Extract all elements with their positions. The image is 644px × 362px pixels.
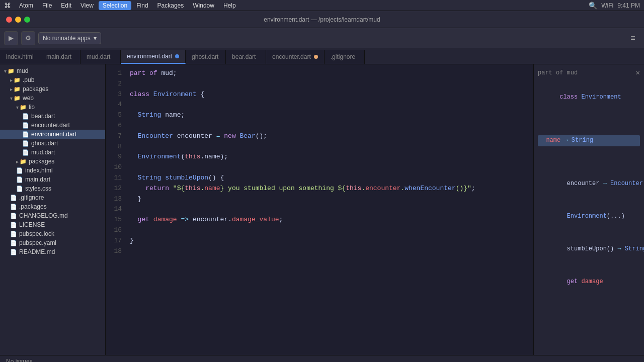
settings-button[interactable]: ⚙ [21,31,35,45]
sidebar-label: README.md [19,248,55,255]
folder-icon: 📁 [20,104,27,111]
file-icon: 📄 [10,222,17,228]
tab-encounter-dart[interactable]: encounter.dart [266,50,325,64]
code-line-4 [130,100,533,110]
tab-label: main.dart [46,53,71,60]
tab-mud-dart[interactable]: mud.dart [80,50,121,64]
code-line-2 [130,79,533,89]
code-line-6 [130,121,533,131]
menubar-atom[interactable]: Atom [15,1,37,10]
chevron-down-icon: ▾ [16,105,19,110]
sidebar-label: encounter.dart [31,122,70,129]
sidebar-item-packages-web[interactable]: ▸ 📁 packages [0,157,105,166]
chevron-down-icon: ▾ [10,96,13,101]
menubar-file[interactable]: File [38,1,56,10]
rp-class-line: class Environment [538,81,640,114]
sidebar-label: LICENSE [19,221,45,228]
list-icon[interactable]: ≡ [626,31,640,45]
sidebar-item-mud-dart[interactable]: 📄 mud.dart [0,148,105,157]
menubar-window[interactable]: Window [189,1,218,10]
minimize-button[interactable] [15,17,21,23]
sidebar-item-readme[interactable]: 📄 README.md [0,247,105,256]
tab-label: bear.dart [232,53,256,60]
dropdown-label: No runnable apps [43,35,91,42]
sidebar-item-ghost[interactable]: 📄 ghost.dart [0,139,105,148]
sidebar-item-gitignore[interactable]: 📄 .gitignore [0,193,105,202]
sidebar-item-web[interactable]: ▾ 📁 web [0,94,105,103]
sidebar-item-pubspec-lock[interactable]: 📄 pubspec.lock [0,229,105,238]
play-button[interactable]: ▶ [4,31,18,45]
code-line-1: part of mud; [130,68,533,79]
sidebar-label: CHANGELOG.md [19,212,68,219]
rp-name-line[interactable]: name → String [538,114,640,168]
chevron-right-icon: ▸ [10,77,13,83]
sidebar-label: .pub [23,76,34,83]
tab-label: ghost.dart [192,53,218,60]
code-line-15: get damage => encounter.damage_value; [130,215,533,225]
close-panel-button[interactable]: ✕ [636,68,640,77]
no-issues-text: No issues. [6,358,34,363]
tab-bear-dart[interactable]: bear.dart [226,50,266,64]
apple-menu[interactable]: ⌘ [4,2,11,10]
code-line-11: String stumbleUpon() { [130,173,533,184]
sidebar-item-environment[interactable]: 📄 environment.dart [0,130,105,139]
file-icon: 📄 [10,213,17,219]
code-line-8 [130,142,533,152]
sidebar-item-encounter[interactable]: 📄 encounter.dart [0,121,105,130]
sidebar-item-license[interactable]: 📄 LICENSE [0,220,105,229]
sidebar-item-pubspec-yaml[interactable]: 📄 pubspec.yaml [0,238,105,247]
rp-encounter-line: encounter → Encounter [538,168,640,201]
code-line-5: String name; [130,110,533,121]
modified-indicator-orange [314,55,318,59]
rp-stumble-line: stumbleUpon() → String [538,233,640,265]
window-controls[interactable] [6,17,30,23]
folder-icon: 📁 [14,77,21,83]
file-icon: 📄 [22,113,29,120]
tab-main-dart[interactable]: main.dart [40,50,80,64]
menubar-edit[interactable]: Edit [57,1,75,10]
tab-index-html[interactable]: index.html [0,50,40,64]
menubar-find[interactable]: Find [132,1,152,10]
sidebar-item-packages-file[interactable]: 📄 .packages [0,202,105,211]
sidebar-label: bear.dart [31,113,55,120]
editor-area[interactable]: 12345 678910 1112131415 161718 part of m… [106,64,533,355]
sidebar-item-styles-css[interactable]: 📄 styles.css [0,184,105,193]
chevron-right-icon: ▸ [10,86,13,92]
code-line-12: return "${this.name} you stumbled upon s… [130,184,533,194]
chevron-down-icon: ▾ [94,35,97,42]
editor-content[interactable]: 12345 678910 1112131415 161718 part of m… [106,64,533,355]
tab-environment-dart[interactable]: environment.dart [121,50,186,64]
search-icon[interactable]: 🔍 [589,2,597,10]
sidebar-item-pub[interactable]: ▸ 📁 .pub [0,75,105,84]
runnable-apps-dropdown[interactable]: No runnable apps ▾ [38,32,101,44]
titlebar: environment.dart — /projects/learndart/m… [0,11,644,28]
sidebar-item-mud[interactable]: ▾ 📁 mud [0,66,105,75]
clock: 9:41 PM [617,2,640,9]
maximize-button[interactable] [24,17,30,23]
chevron-right-icon: ▸ [16,159,19,164]
rp-damage-line: get damage [538,265,640,298]
sidebar-item-main-dart[interactable]: 📄 main.dart [0,175,105,184]
tab-ghost-dart[interactable]: ghost.dart [186,50,226,64]
code-line-18 [130,246,533,257]
sidebar-label: packages [23,85,48,93]
sidebar-item-packages-root[interactable]: ▸ 📁 packages [0,84,105,94]
close-button[interactable] [6,17,12,23]
code-line-13: } [130,194,533,205]
modified-indicator [175,54,179,58]
tab-gitignore[interactable]: .gitignore [325,50,365,64]
folder-icon: 📁 [20,158,27,165]
main-layout: ▾ 📁 mud ▸ 📁 .pub ▸ 📁 packages ▾ 📁 web ▾ … [0,64,644,355]
file-icon: 📄 [10,249,17,255]
sidebar-item-bear[interactable]: 📄 bear.dart [0,112,105,121]
sidebar-item-index-html[interactable]: 📄 index.html [0,166,105,175]
tab-label: mud.dart [87,53,110,60]
sidebar-item-changelog[interactable]: 📄 CHANGELOG.md [0,211,105,220]
menubar-packages[interactable]: Packages [153,1,188,10]
sidebar-item-lib[interactable]: ▾ 📁 lib [0,103,105,112]
menubar-selection[interactable]: Selection [99,1,131,10]
sidebar-label: web [23,95,34,102]
code-editor[interactable]: part of mud; class Environment { String … [126,64,533,355]
menubar-view[interactable]: View [76,1,98,10]
menubar-help[interactable]: Help [219,1,240,10]
